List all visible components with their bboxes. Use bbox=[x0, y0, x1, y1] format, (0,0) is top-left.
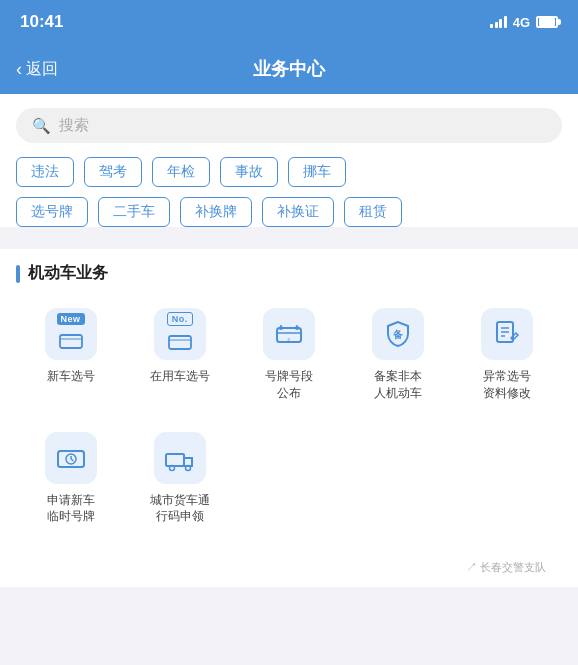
vehicle-section: 机动车业务 New 新车选号 No. bbox=[0, 249, 578, 587]
new-car-icon-box: New bbox=[45, 308, 97, 360]
new-badge: New bbox=[57, 313, 85, 325]
footer: ↗ 长春交警支队 bbox=[16, 549, 562, 587]
tag-annual-inspection[interactable]: 年检 bbox=[152, 157, 210, 187]
tags-row-2: 选号牌 二手车 补换牌 补换证 租赁 bbox=[16, 197, 562, 227]
tag-plate-select[interactable]: 选号牌 bbox=[16, 197, 88, 227]
svg-text:备: 备 bbox=[393, 329, 404, 340]
temp-plate-icon-box bbox=[45, 432, 97, 484]
abnormal-icon-box bbox=[481, 308, 533, 360]
battery-icon bbox=[536, 16, 558, 28]
used-car-icon-box: No. bbox=[154, 308, 206, 360]
section-title-vehicle: 机动车业务 bbox=[16, 263, 562, 284]
status-bar: 10:41 4G bbox=[0, 0, 578, 44]
grid-item-new-car[interactable]: New 新车选号 bbox=[16, 302, 125, 416]
grid-item-truck-code[interactable]: 城市货车通 行码申领 bbox=[125, 426, 234, 540]
plate-range-icon-box: ≡ bbox=[263, 308, 315, 360]
new-car-label: 新车选号 bbox=[47, 368, 95, 385]
license-plate-icon bbox=[57, 327, 85, 355]
grid-item-temp-plate[interactable]: 申请新车 临时号牌 bbox=[16, 426, 125, 540]
plate-range-label: 号牌号段 公布 bbox=[265, 368, 313, 402]
search-placeholder: 搜索 bbox=[59, 116, 89, 135]
grid-item-filing[interactable]: 备 备案非本 人机动车 bbox=[344, 302, 453, 416]
filing-label: 备案非本 人机动车 bbox=[374, 368, 422, 402]
content-area: 🔍 搜索 违法 驾考 年检 事故 挪车 选号牌 二手车 补换牌 补换证 租赁 bbox=[0, 94, 578, 227]
status-time: 10:41 bbox=[20, 12, 63, 32]
grid-item-used-car[interactable]: No. 在用车选号 bbox=[125, 302, 234, 416]
timer-plate-icon bbox=[55, 442, 87, 474]
svg-point-23 bbox=[185, 465, 190, 470]
tags-section: 违法 驾考 年检 事故 挪车 选号牌 二手车 补换牌 补换证 租赁 bbox=[16, 157, 562, 227]
page-title: 业务中心 bbox=[253, 57, 325, 81]
footer-watermark: ↗ 长春交警支队 bbox=[466, 561, 546, 573]
truck-code-icon-box bbox=[154, 432, 206, 484]
svg-rect-0 bbox=[60, 335, 82, 348]
svg-rect-20 bbox=[166, 454, 184, 466]
signal-icon bbox=[490, 16, 507, 28]
network-type: 4G bbox=[513, 15, 530, 30]
edit-document-icon bbox=[491, 318, 523, 350]
search-icon: 🔍 bbox=[32, 117, 51, 135]
nav-bar: ‹ 返回 业务中心 bbox=[0, 44, 578, 94]
temp-plate-label: 申请新车 临时号牌 bbox=[47, 492, 95, 526]
plate-range-icon: ≡ bbox=[273, 318, 305, 350]
search-bar[interactable]: 🔍 搜索 bbox=[16, 108, 562, 143]
section-divider bbox=[0, 241, 578, 249]
abnormal-label: 异常选号 资料修改 bbox=[483, 368, 531, 402]
filing-icon-box: 备 bbox=[372, 308, 424, 360]
truck-code-label: 城市货车通 行码申领 bbox=[150, 492, 210, 526]
grid-item-abnormal[interactable]: 异常选号 资料修改 bbox=[453, 302, 562, 416]
svg-point-22 bbox=[169, 465, 174, 470]
vehicle-grid-row2: 申请新车 临时号牌 城市货车通 行码申领 bbox=[16, 426, 562, 540]
used-car-label: 在用车选号 bbox=[150, 368, 210, 385]
tag-violation[interactable]: 违法 bbox=[16, 157, 74, 187]
chevron-left-icon: ‹ bbox=[16, 59, 22, 80]
svg-rect-2 bbox=[169, 336, 191, 349]
status-icons: 4G bbox=[490, 15, 558, 30]
back-button[interactable]: ‹ 返回 bbox=[16, 59, 58, 80]
svg-text:≡: ≡ bbox=[288, 336, 291, 342]
back-label: 返回 bbox=[26, 59, 58, 80]
tag-second-hand[interactable]: 二手车 bbox=[98, 197, 170, 227]
vehicle-grid-row1: New 新车选号 No. 在用车选号 bbox=[16, 302, 562, 416]
tag-replace-cert[interactable]: 补换证 bbox=[262, 197, 334, 227]
tags-row-1: 违法 驾考 年检 事故 挪车 bbox=[16, 157, 562, 187]
tag-replace-plate[interactable]: 补换牌 bbox=[180, 197, 252, 227]
tag-rental[interactable]: 租赁 bbox=[344, 197, 402, 227]
used-plate-icon bbox=[166, 328, 194, 356]
share-icon: ↗ bbox=[466, 561, 480, 573]
tag-accident[interactable]: 事故 bbox=[220, 157, 278, 187]
grid-item-plate-range[interactable]: ≡ 号牌号段 公布 bbox=[234, 302, 343, 416]
section-title-text: 机动车业务 bbox=[28, 263, 108, 284]
no-badge: No. bbox=[167, 312, 193, 326]
shield-check-icon: 备 bbox=[382, 318, 414, 350]
truck-icon bbox=[164, 442, 196, 474]
section-accent-bar bbox=[16, 265, 20, 283]
svg-line-19 bbox=[71, 459, 74, 461]
tag-move-car[interactable]: 挪车 bbox=[288, 157, 346, 187]
tag-driving-test[interactable]: 驾考 bbox=[84, 157, 142, 187]
